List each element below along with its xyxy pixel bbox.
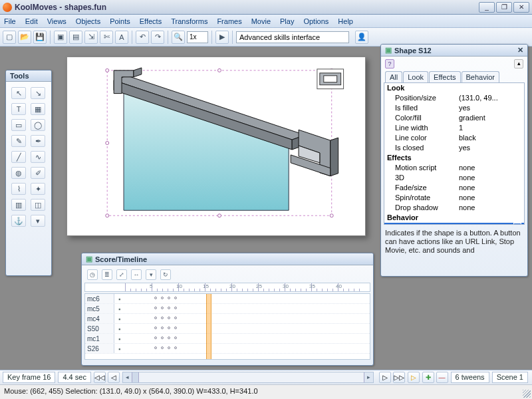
node-tool-icon[interactable]: ↘: [31, 87, 45, 99]
menu-frames[interactable]: Frames: [217, 17, 241, 25]
property-row[interactable]: Is filledyes: [384, 103, 524, 113]
undo-icon[interactable]: ↶: [136, 31, 149, 44]
tools-title[interactable]: Tools: [6, 70, 51, 82]
clip-icon[interactable]: ✄: [100, 31, 113, 44]
prev-frame-button[interactable]: ◁: [108, 372, 120, 383]
tl-zoomout-icon[interactable]: ⤢: [116, 269, 127, 280]
text-tool-icon[interactable]: T: [11, 103, 26, 115]
menu-tool-icon[interactable]: ▾: [31, 215, 45, 227]
track-row[interactable]: mc5▪: [85, 304, 370, 314]
bone-tool-icon[interactable]: ⌇: [11, 183, 26, 195]
tl-span-icon[interactable]: ↔: [131, 269, 142, 280]
tab-look[interactable]: Look: [403, 71, 428, 82]
property-row[interactable]: 3Dnone: [384, 173, 524, 183]
insert-movie-icon[interactable]: ▣: [54, 31, 67, 44]
timeline-ruler[interactable]: 510152025303540: [84, 283, 370, 292]
track-row[interactable]: mc1▪: [85, 334, 370, 344]
new-file-icon[interactable]: ▢: [3, 31, 16, 44]
goto-first-button[interactable]: ◁◁: [94, 372, 106, 383]
property-row[interactable]: Line width1: [384, 123, 524, 133]
import-icon[interactable]: ⇲: [84, 31, 98, 44]
library-icon[interactable]: ▤: [69, 31, 82, 44]
tab-behavior[interactable]: Behavior: [462, 71, 499, 82]
freehand-tool-icon[interactable]: ✎: [11, 135, 26, 147]
track-row[interactable]: S26▪: [85, 344, 370, 354]
property-row[interactable]: Is a buttonno▾: [384, 223, 524, 225]
properties-title[interactable]: ▣ Shape S12 ✕: [381, 45, 527, 57]
resize-grip-icon[interactable]: [523, 390, 531, 398]
scene-indicator[interactable]: Scene 1: [492, 372, 528, 383]
next-frame-button[interactable]: ◁: [379, 372, 391, 383]
menu-views[interactable]: Views: [47, 17, 66, 25]
minimize-button[interactable]: _: [479, 2, 495, 13]
tl-loop-icon[interactable]: ↻: [160, 269, 171, 280]
property-row[interactable]: Position/size(131.0, 49...: [384, 93, 524, 103]
curve-tool-icon[interactable]: ∿: [31, 151, 45, 163]
properties-list[interactable]: LookPosition/size(131.0, 49...Is filledy…: [384, 82, 525, 225]
menu-transforms[interactable]: Transforms: [171, 17, 207, 25]
person-icon[interactable]: 👤: [355, 31, 368, 44]
add-frame-button[interactable]: ✚: [422, 372, 434, 383]
zoom-combo[interactable]: 1x: [187, 31, 208, 43]
property-row[interactable]: Spin/rotatenone: [384, 193, 524, 203]
close-button[interactable]: ✕: [513, 2, 529, 13]
menu-points[interactable]: Points: [110, 17, 130, 25]
property-row[interactable]: Is closedyes: [384, 143, 524, 153]
component-tool-icon[interactable]: ▥: [11, 199, 26, 211]
tab-all[interactable]: All: [385, 71, 402, 82]
tools-palette[interactable]: Tools ↖ ↘ T ▦ ▭ ◯ ✎ ✒ ╱ ∿ ◍ ✐ ⌇ ✦ ▥ ◫ ⚓ …: [5, 70, 52, 276]
tl-clock-icon[interactable]: ◷: [87, 269, 98, 280]
tab-effects[interactable]: Effects: [429, 71, 460, 82]
track-row[interactable]: S50▪: [85, 324, 370, 334]
open-file-icon[interactable]: 📂: [18, 31, 31, 44]
zoom-icon[interactable]: 🔍: [172, 31, 185, 44]
menu-file[interactable]: File: [4, 17, 16, 25]
maximize-button[interactable]: ❐: [496, 2, 512, 13]
track-row[interactable]: mc6▪: [85, 294, 370, 304]
skill-mode-combo[interactable]: Advanced skills interface: [236, 31, 349, 43]
menu-options[interactable]: Options: [303, 17, 329, 25]
menu-objects[interactable]: Objects: [76, 17, 100, 25]
property-row[interactable]: Drop shadownone: [384, 203, 524, 213]
rect-tool-icon[interactable]: ▭: [11, 119, 26, 131]
property-row[interactable]: Fade/sizenone: [384, 183, 524, 193]
property-row[interactable]: Motion scriptnone: [384, 163, 524, 173]
image-tool-icon[interactable]: ▦: [31, 103, 45, 115]
properties-close-icon[interactable]: ✕: [517, 46, 523, 55]
menu-play[interactable]: Play: [280, 17, 294, 25]
canvas[interactable]: [66, 57, 366, 236]
menu-help[interactable]: Help: [338, 17, 353, 25]
symbol-tool-icon[interactable]: ◫: [31, 199, 45, 211]
redo-icon[interactable]: ↷: [151, 31, 164, 44]
timeline-title[interactable]: ▣ Score/Timeline: [82, 253, 373, 265]
timeline-tracks[interactable]: mc6▪mc5▪mc4▪S50▪mc1▪S26▪: [84, 293, 370, 360]
menu-effects[interactable]: Effects: [140, 17, 162, 25]
line-tool-icon[interactable]: ╱: [11, 151, 26, 163]
save-file-icon[interactable]: 💾: [33, 31, 47, 44]
effects-tool-icon[interactable]: ✦: [31, 183, 45, 195]
pointer-tool-icon[interactable]: ↖: [11, 87, 26, 99]
dropdown-icon[interactable]: ▾: [513, 223, 521, 225]
track-row[interactable]: mc4▪: [85, 314, 370, 324]
tl-layers-icon[interactable]: ≣: [102, 269, 112, 280]
anchor-tool-icon[interactable]: ⚓: [11, 215, 26, 227]
pen-tool-icon[interactable]: ✒: [31, 135, 45, 147]
remove-frame-button[interactable]: —: [436, 372, 448, 383]
properties-panel[interactable]: ▣ Shape S12 ✕ ? ▴ All Look Effects Behav…: [380, 44, 528, 277]
shapes-tool-icon[interactable]: ◯: [31, 119, 45, 131]
property-row[interactable]: Color/fillgradient: [384, 113, 524, 123]
fill-tool-icon[interactable]: ◍: [11, 167, 26, 179]
eyedrop-tool-icon[interactable]: ✐: [31, 167, 45, 179]
text-fx-icon[interactable]: A: [115, 31, 128, 44]
tl-down-icon[interactable]: ▾: [146, 269, 156, 280]
properties-help-icon[interactable]: ?: [385, 59, 394, 68]
frame-scrollbar[interactable]: ◂▸: [122, 372, 374, 383]
properties-collapse-icon[interactable]: ▴: [514, 59, 523, 68]
goto-last-button[interactable]: ◁◁: [393, 372, 405, 383]
property-row[interactable]: Line colorblack: [384, 133, 524, 143]
menu-movie[interactable]: Movie: [251, 17, 271, 25]
timeline-panel[interactable]: ▣ Score/Timeline ◷ ≣ ⤢ ↔ ▾ ↻ 51015202530…: [81, 253, 374, 366]
play-button[interactable]: ▷: [408, 372, 420, 383]
tweens-indicator[interactable]: 6 tweens: [451, 372, 489, 383]
menu-edit[interactable]: Edit: [25, 17, 38, 25]
